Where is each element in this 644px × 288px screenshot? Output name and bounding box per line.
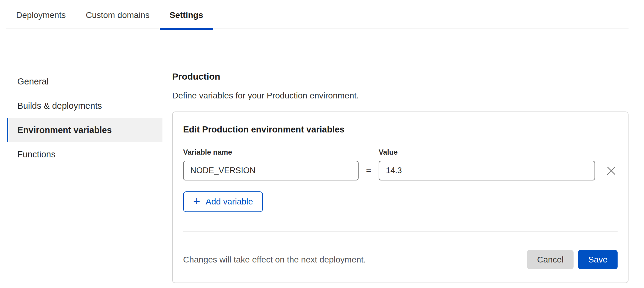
environment-variables-card: Edit Production environment variables Va… <box>172 111 629 283</box>
sidebar-item-builds-deployments[interactable]: Builds & deployments <box>7 94 162 118</box>
variable-name-label: Variable name <box>183 148 379 156</box>
footer-actions: Cancel Save <box>527 250 618 269</box>
value-wrap <box>379 161 618 180</box>
x-icon <box>607 166 616 175</box>
sidebar-item-general[interactable]: General <box>7 69 162 94</box>
tab-settings[interactable]: Settings <box>160 10 213 29</box>
cancel-button[interactable]: Cancel <box>527 250 574 269</box>
equals-sign: = <box>359 166 379 176</box>
variable-row: = <box>183 161 618 180</box>
main-panel: Production Define variables for your Pro… <box>172 69 629 283</box>
page-title: Production <box>172 71 629 82</box>
card-footer: Changes will take effect on the next dep… <box>183 232 618 282</box>
tab-bar: Deployments Custom domains Settings <box>6 0 629 29</box>
variable-name-input[interactable] <box>183 161 359 180</box>
sidebar-item-environment-variables[interactable]: Environment variables <box>7 118 162 142</box>
page-subtitle: Define variables for your Production env… <box>172 91 629 101</box>
card-title: Edit Production environment variables <box>183 124 618 135</box>
settings-layout: General Builds & deployments Environment… <box>0 29 644 283</box>
add-variable-label: Add variable <box>206 197 253 207</box>
plus-icon: + <box>193 195 200 207</box>
settings-sidebar: General Builds & deployments Environment… <box>0 69 165 166</box>
variable-value-input[interactable] <box>379 161 595 180</box>
field-labels-row: Variable name Value <box>183 148 618 156</box>
tab-deployments[interactable]: Deployments <box>6 10 76 29</box>
value-label: Value <box>379 148 398 156</box>
sidebar-item-functions[interactable]: Functions <box>7 142 162 166</box>
add-variable-button[interactable]: + Add variable <box>183 191 263 212</box>
remove-variable-button[interactable] <box>595 166 618 176</box>
footer-note: Changes will take effect on the next dep… <box>183 255 366 265</box>
tab-custom-domains[interactable]: Custom domains <box>76 10 159 29</box>
save-button[interactable]: Save <box>578 250 618 269</box>
